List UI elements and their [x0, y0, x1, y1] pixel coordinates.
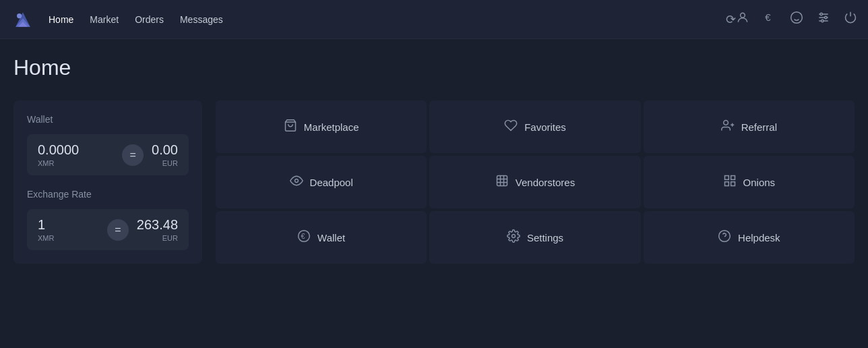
grid-marketplace[interactable]: Marketplace: [216, 100, 427, 153]
exchange-eur-section: 263.48 EUR: [137, 217, 178, 242]
grid-favorites[interactable]: Favorites: [429, 100, 640, 153]
wallet-xmr-section: 0.0000 XMR: [38, 142, 114, 167]
exchange-xmr-amount: 1: [38, 217, 99, 233]
page-title: Home: [0, 39, 868, 94]
wallet-label: Wallet: [27, 114, 189, 125]
exchange-equals-badge: =: [107, 219, 129, 241]
svg-point-9: [820, 13, 822, 15]
wallet-xmr-amount: 0.0000: [38, 142, 114, 158]
cart-icon: [284, 119, 297, 136]
heart-icon: [504, 119, 518, 136]
svg-point-28: [512, 234, 515, 237]
svg-rect-25: [731, 181, 735, 185]
grid-deadpool-label: Deadpool: [310, 177, 353, 188]
main-content: Wallet 0.0000 XMR = 0.00 EUR Exchange Ra…: [0, 94, 868, 277]
svg-point-13: [723, 120, 728, 125]
exchange-rate-box: 1 XMR = 263.48 EUR: [27, 209, 189, 250]
grid-deadpool[interactable]: Deadpool: [216, 156, 427, 208]
grid-helpdesk[interactable]: Helpdesk: [644, 211, 855, 264]
face-icon[interactable]: [790, 11, 803, 28]
wallet-equals-badge: =: [122, 144, 144, 166]
help-icon: [718, 229, 731, 246]
svg-point-11: [822, 20, 824, 22]
eye-icon: [290, 174, 303, 191]
nav-orders[interactable]: Orders: [135, 14, 164, 25]
nav-home[interactable]: Home: [49, 14, 73, 25]
settings-icon: [507, 229, 520, 246]
nav-market[interactable]: Market: [90, 14, 119, 25]
exchange-rate-label: Exchange Rate: [27, 189, 189, 200]
grid-settings-label: Settings: [527, 232, 563, 243]
wallet-balance-box: 0.0000 XMR = 0.00 EUR: [27, 134, 189, 175]
svg-point-1: [741, 13, 745, 18]
svg-point-3: [791, 12, 803, 24]
grid-referral-label: Referral: [741, 121, 777, 133]
svg-rect-22: [724, 175, 728, 179]
user-plus-icon: [721, 119, 735, 136]
grid-onions-label: Onions: [743, 177, 776, 188]
svg-rect-17: [497, 175, 507, 185]
nav-messages[interactable]: Messages: [180, 14, 223, 25]
user-icon[interactable]: [736, 11, 749, 28]
euro-wallet-icon: €: [297, 229, 311, 246]
svg-point-0: [17, 13, 22, 18]
euro-icon[interactable]: €: [763, 11, 776, 28]
grid-onions[interactable]: Onions: [644, 156, 855, 208]
svg-point-16: [294, 179, 298, 182]
svg-point-10: [825, 16, 827, 18]
svg-text:€: €: [301, 231, 305, 239]
grid-favorites-label: Favorites: [524, 121, 566, 133]
svg-rect-24: [724, 181, 728, 185]
power-icon[interactable]: [844, 11, 857, 28]
sliders-icon[interactable]: [817, 11, 830, 28]
grid-settings[interactable]: Settings: [429, 211, 640, 264]
grid-menu: Marketplace Favorites Referral: [216, 100, 855, 264]
grid-wallet[interactable]: € Wallet: [216, 211, 427, 264]
grid-icon: [723, 174, 737, 191]
app-logo: [11, 7, 35, 32]
wallet-eur-unit: EUR: [152, 159, 178, 167]
wallet-panel: Wallet 0.0000 XMR = 0.00 EUR Exchange Ra…: [13, 100, 202, 264]
exchange-xmr-section: 1 XMR: [38, 217, 99, 242]
refresh-icon[interactable]: ⟳: [726, 12, 736, 27]
svg-text:€: €: [765, 11, 771, 23]
exchange-eur-unit: EUR: [137, 234, 178, 242]
grid-vendorstores-label: Vendorstores: [516, 177, 575, 188]
nav-links: Home Market Orders Messages: [49, 14, 720, 25]
table-icon: [495, 174, 509, 191]
grid-wallet-label: Wallet: [317, 232, 345, 243]
wallet-eur-section: 0.00 EUR: [152, 142, 178, 167]
wallet-eur-amount: 0.00: [152, 142, 178, 158]
exchange-eur-amount: 263.48: [137, 217, 178, 233]
grid-marketplace-label: Marketplace: [304, 121, 359, 133]
wallet-xmr-unit: XMR: [38, 159, 114, 167]
grid-helpdesk-label: Helpdesk: [738, 232, 780, 243]
svg-rect-23: [731, 175, 735, 179]
grid-referral[interactable]: Referral: [644, 100, 855, 153]
svg-point-29: [719, 230, 731, 241]
exchange-xmr-unit: XMR: [38, 234, 99, 242]
grid-vendorstores[interactable]: Vendorstores: [429, 156, 640, 208]
navbar: Home Market Orders Messages ⟳ €: [0, 0, 868, 39]
navbar-right-icons: €: [736, 11, 857, 28]
